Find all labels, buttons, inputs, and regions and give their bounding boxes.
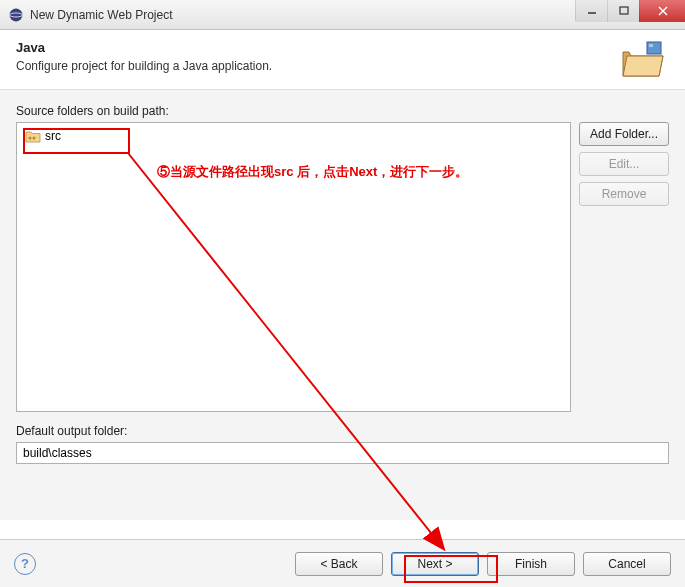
remove-button: Remove — [579, 182, 669, 206]
svg-rect-6 — [647, 42, 661, 54]
maximize-button[interactable] — [607, 0, 639, 22]
next-button[interactable]: Next > — [391, 552, 479, 576]
list-item[interactable]: src — [21, 127, 65, 145]
help-icon[interactable]: ? — [14, 553, 36, 575]
output-folder-input[interactable] — [16, 442, 669, 464]
edit-button: Edit... — [579, 152, 669, 176]
finish-button[interactable]: Finish — [487, 552, 575, 576]
page-description: Configure project for building a Java ap… — [16, 59, 669, 73]
minimize-button[interactable] — [575, 0, 607, 22]
svg-point-9 — [33, 137, 36, 140]
source-folders-list[interactable]: src — [16, 122, 571, 412]
add-folder-button[interactable]: Add Folder... — [579, 122, 669, 146]
window-title: New Dynamic Web Project — [30, 8, 173, 22]
wizard-footer: ? < Back Next > Finish Cancel — [0, 539, 685, 587]
folder-name: src — [45, 129, 61, 143]
cancel-button[interactable]: Cancel — [583, 552, 671, 576]
window-controls — [575, 0, 685, 22]
titlebar: New Dynamic Web Project — [0, 0, 685, 30]
close-button[interactable] — [639, 0, 685, 22]
page-title: Java — [16, 40, 669, 55]
output-folder-label: Default output folder: — [16, 424, 669, 438]
wizard-content: Source folders on build path: src Add Fo… — [0, 90, 685, 520]
folder-open-icon — [619, 38, 667, 86]
package-folder-icon — [25, 129, 41, 143]
svg-rect-3 — [620, 7, 628, 14]
source-folders-label: Source folders on build path: — [16, 104, 669, 118]
svg-rect-7 — [649, 44, 653, 47]
svg-point-8 — [29, 137, 32, 140]
svg-point-0 — [10, 8, 23, 21]
eclipse-icon — [8, 7, 24, 23]
folder-buttons: Add Folder... Edit... Remove — [579, 122, 669, 412]
wizard-header: Java Configure project for building a Ja… — [0, 30, 685, 90]
back-button[interactable]: < Back — [295, 552, 383, 576]
